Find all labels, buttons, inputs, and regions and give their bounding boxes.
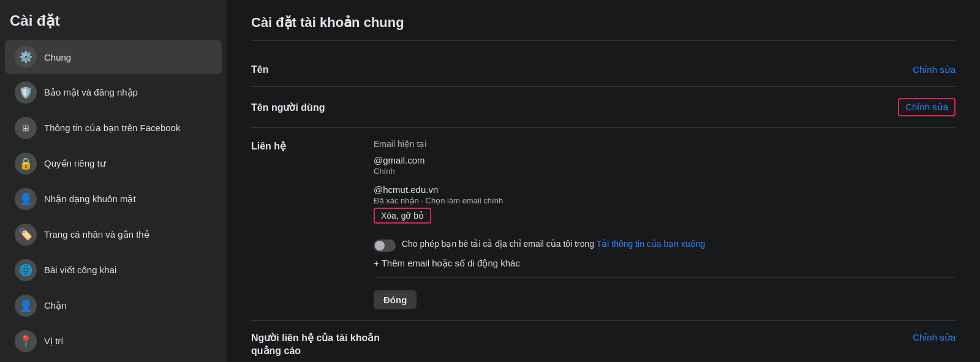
main-content: Cài đặt tài khoản chung Tên Chỉnh sửa Tê…: [227, 0, 980, 362]
gear-icon: ⚙️: [15, 46, 37, 68]
grid-icon: ⊞: [15, 117, 37, 139]
sidebar-item-ngon-ngu[interactable]: Aa Ngôn ngữ và khu vực: [5, 360, 222, 362]
page-title: Cài đặt tài khoản chung: [251, 15, 956, 41]
email-address-1: @gmail.com: [374, 155, 956, 165]
sidebar-item-quyen-rieng-tu[interactable]: 🔒 Quyền riêng tư: [5, 146, 222, 181]
toggle-knob: [375, 241, 385, 251]
block-icon: 👤: [15, 295, 37, 317]
contact-section: Liên hệ Email hiện tại @gmail.com Chính …: [251, 128, 956, 321]
toggle-link[interactable]: Tải thông tin của bạn xuống: [597, 239, 706, 249]
email-row-2: @hcmut.edu.vn Đã xác nhận · Chọn làm ema…: [374, 184, 956, 230]
contact-content: Email hiện tại @gmail.com Chính @hcmut.e…: [374, 139, 956, 309]
add-email-link[interactable]: + Thêm email hoặc số di động khác: [374, 258, 956, 278]
confirmed-text: Đã xác nhận: [374, 196, 419, 205]
sidebar: Cài đặt ⚙️ Chung 🛡️ Bảo mật và đăng nhập…: [0, 0, 227, 362]
email-tag-1: Chính: [374, 167, 956, 176]
bottom-row-label: Người liên hệ của tài khoản quảng cáo: [251, 332, 404, 358]
sidebar-item-label-quyen-rieng-tu: Quyền riêng tư: [44, 158, 106, 169]
sidebar-item-nhan-dang[interactable]: 👤 Nhận dạng khuôn mặt: [5, 182, 222, 216]
sidebar-title: Cài đặt: [0, 12, 227, 39]
ten-nguoi-dung-edit-link[interactable]: Chỉnh sửa: [898, 98, 956, 116]
sidebar-item-label-vi-tri: Vị trí: [44, 336, 64, 347]
location-icon: 📍: [15, 330, 37, 352]
ten-edit-link[interactable]: Chỉnh sửa: [913, 64, 956, 75]
sidebar-item-label-chung: Chung: [44, 52, 71, 62]
tag-icon: 🏷️: [15, 224, 37, 246]
sidebar-item-thong-tin[interactable]: ⊞ Thông tin của bạn trên Facebook: [5, 111, 222, 145]
sidebar-item-vi-tri[interactable]: 📍 Vị trí: [5, 324, 222, 358]
sidebar-item-bao-mat[interactable]: 🛡️ Bảo mật và đăng nhập: [5, 75, 222, 110]
email-section-title: Email hiện tại: [374, 139, 956, 149]
lock-icon: 🔒: [15, 153, 37, 175]
xoa-go-bo-button[interactable]: Xóa, gỡ bỏ: [374, 208, 431, 224]
sidebar-item-label-bai-viet: Bài viết công khai: [44, 265, 116, 276]
sidebar-item-chung[interactable]: ⚙️ Chung: [5, 40, 222, 74]
bottom-row-edit-link[interactable]: Chỉnh sửa: [913, 332, 956, 343]
dong-button[interactable]: Đóng: [374, 290, 417, 309]
sidebar-item-label-bao-mat: Bảo mật và đăng nhập: [44, 87, 138, 98]
email-confirmed-2: Đã xác nhận · Chọn làm email chính: [374, 196, 956, 205]
ten-nguoi-dung-row: Tên người dùng Chỉnh sửa: [251, 87, 956, 128]
toggle-text-before: Cho phép bạn bè tải cả địa chỉ email của…: [402, 239, 597, 249]
sidebar-item-bai-viet[interactable]: 🌐 Bài viết công khai: [5, 253, 222, 287]
sidebar-item-label-nhan-dang: Nhận dạng khuôn mặt: [44, 194, 136, 205]
sidebar-item-chan[interactable]: 👤 Chặn: [5, 288, 222, 323]
sidebar-item-label-thong-tin: Thông tin của bạn trên Facebook: [44, 123, 180, 134]
face-icon: 👤: [15, 188, 37, 210]
make-primary-text: · Chọn làm email chính: [421, 196, 503, 205]
shield-icon: 🛡️: [15, 81, 37, 104]
bottom-row: Người liên hệ của tài khoản quảng cáo Ch…: [251, 321, 956, 362]
email-address-2: @hcmut.edu.vn: [374, 184, 956, 195]
sidebar-item-label-chan: Chặn: [44, 300, 67, 311]
toggle-row: Cho phép bạn bè tải cả địa chỉ email của…: [374, 238, 956, 252]
email-row-1: @gmail.com Chính: [374, 155, 956, 176]
ten-label: Tên: [251, 64, 268, 75]
ten-row: Tên Chỉnh sửa: [251, 53, 956, 87]
sidebar-item-trang-ca-nhan[interactable]: 🏷️ Trang cá nhân và gắn thẻ: [5, 217, 222, 252]
toggle-text: Cho phép bạn bè tải cả địa chỉ email của…: [402, 238, 705, 251]
contact-label: Liên hệ: [251, 139, 374, 309]
toggle-switch[interactable]: [374, 239, 396, 252]
sidebar-item-label-trang-ca-nhan: Trang cá nhân và gắn thẻ: [44, 229, 149, 240]
ten-nguoi-dung-label: Tên người dùng: [251, 102, 325, 113]
globe-icon: 🌐: [15, 259, 37, 281]
